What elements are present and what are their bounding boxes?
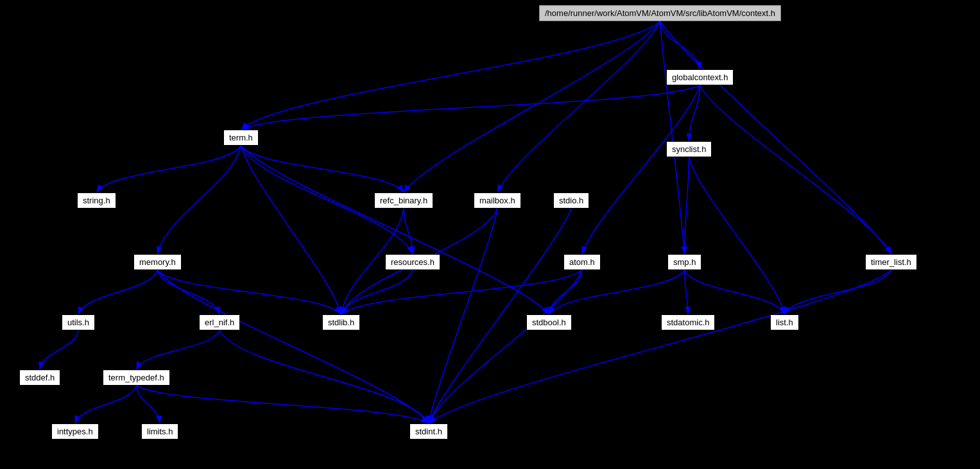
node-stdio_h: stdio.h <box>553 192 589 209</box>
node-smp_h: smp.h <box>667 254 701 270</box>
node-stddef_h: stddef.h <box>19 370 60 386</box>
node-term_h: term.h <box>223 130 259 146</box>
node-synclist_h: synclist.h <box>666 141 712 157</box>
dependency-graph-svg <box>0 0 980 469</box>
node-list_h: list.h <box>770 314 799 330</box>
node-stdint_h: stdint.h <box>409 423 448 439</box>
node-mailbox_h: mailbox.h <box>474 192 521 209</box>
node-memory_h: memory.h <box>133 254 182 270</box>
node-refc_binary_h: refc_binary.h <box>374 192 433 209</box>
node-string_h: string.h <box>77 192 116 209</box>
node-erl_nif_h: erl_nif.h <box>199 314 240 330</box>
node-context_h: /home/runner/work/AtomVM/AtomVM/src/libA… <box>539 5 781 21</box>
node-globalcontext_h: globalcontext.h <box>666 69 734 85</box>
node-inttypes_h: inttypes.h <box>51 423 99 439</box>
node-stdatomic_h: stdatomic.h <box>661 314 715 330</box>
node-limits_h: limits.h <box>141 423 178 439</box>
node-atom_h: atom.h <box>563 254 601 270</box>
node-resources_h: resources.h <box>385 254 440 270</box>
node-timer_list_h: timer_list.h <box>865 254 917 270</box>
node-stdlib_h: stdlib.h <box>322 314 360 330</box>
node-utils_h: utils.h <box>62 314 95 330</box>
node-term_typedef_h: term_typedef.h <box>103 370 170 386</box>
node-stdbool_h: stdbool.h <box>526 314 572 330</box>
